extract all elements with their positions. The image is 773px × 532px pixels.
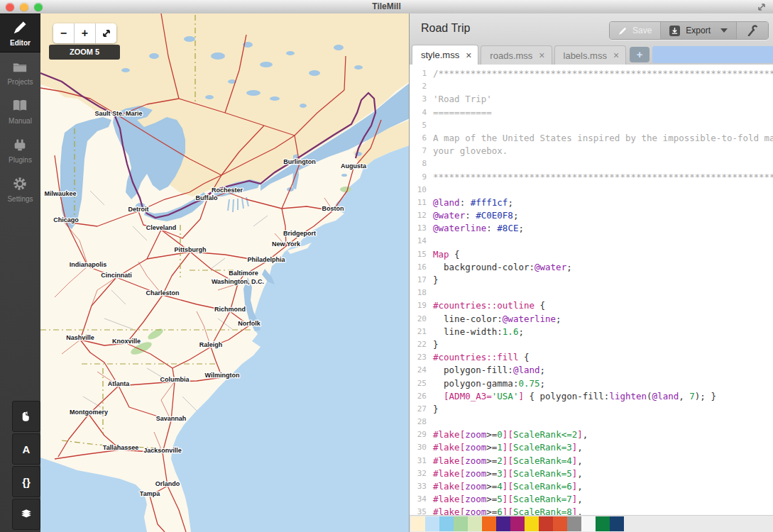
code-line[interactable]: 32#lake[zoom>=3][ScaleRank=5], <box>410 467 773 480</box>
code-line[interactable]: 31#lake[zoom>=2][ScaleRank=4], <box>410 455 773 467</box>
color-swatch[interactable] <box>510 516 525 531</box>
color-swatch[interactable] <box>482 516 496 531</box>
sidebar-item-editor[interactable]: Editor <box>0 13 40 52</box>
code-line[interactable]: 33#lake[zoom>=4][ScaleRank=6], <box>410 480 773 493</box>
code-line[interactable]: 19#countries::outline { <box>410 299 773 312</box>
code-line[interactable]: 17} <box>410 274 773 287</box>
code-text: #countries::fill { <box>433 351 529 364</box>
color-swatch[interactable] <box>539 516 553 531</box>
code-line[interactable]: 11@land: #fff1cf; <box>410 196 773 209</box>
save-button[interactable]: Save <box>610 22 661 39</box>
code-line[interactable]: 15Map { <box>410 248 773 261</box>
city-label: Orlando <box>155 480 180 487</box>
fullscreen-button[interactable] <box>96 23 116 43</box>
city-label: Milwaukee <box>44 190 76 197</box>
color-swatch[interactable] <box>468 516 482 531</box>
project-header: Road Trip Save Export <box>410 13 773 65</box>
code-line[interactable]: 14 <box>410 235 773 248</box>
color-swatch[interactable] <box>454 516 468 531</box>
code-line[interactable]: 6A map of the United States inspired by … <box>410 132 773 145</box>
code-line[interactable]: 22} <box>410 338 773 351</box>
city-label: Atlanta <box>108 380 130 387</box>
fonts-tool-button[interactable]: A <box>12 433 40 465</box>
add-stylesheet-button[interactable]: + <box>630 47 649 62</box>
close-icon[interactable]: × <box>539 50 544 60</box>
project-settings-button[interactable] <box>737 22 768 39</box>
pencil-icon <box>12 20 29 37</box>
code-line[interactable]: 2 <box>410 80 773 93</box>
code-line[interactable]: 8 <box>410 157 773 170</box>
resize-icon[interactable] <box>756 1 767 13</box>
code-line[interactable]: 24 polygon-fill:@land; <box>410 364 773 377</box>
code-line[interactable]: 13@waterline: #8CE; <box>410 222 773 235</box>
chevron-down-icon <box>720 28 728 33</box>
city-label: Bridgeport <box>283 230 316 237</box>
code-line[interactable]: 21 line-width:1.6; <box>410 326 773 338</box>
code-editor[interactable]: 1/**************************************… <box>410 65 773 518</box>
code-line[interactable]: 3'Road Trip' <box>410 93 773 106</box>
code-line[interactable]: 10 <box>410 184 773 196</box>
sidebar-item-settings[interactable]: Settings <box>0 170 40 209</box>
code-line[interactable]: 28 <box>410 416 773 428</box>
color-swatch[interactable] <box>525 516 539 531</box>
line-number: 17 <box>410 274 433 287</box>
tab-label: roads.mss <box>490 50 532 61</box>
code-line[interactable]: 20 line-color:@waterline; <box>410 313 773 326</box>
city-label: Indianapolis <box>70 261 107 268</box>
city-label: Knoxville <box>112 338 141 345</box>
sidebar-item-projects[interactable]: Projects <box>0 52 40 92</box>
code-text: } <box>433 403 439 416</box>
hand-tool-button[interactable] <box>12 401 40 432</box>
color-swatch[interactable] <box>596 516 610 531</box>
pencil-icon <box>618 26 627 35</box>
color-swatch[interactable] <box>496 516 510 531</box>
color-swatch[interactable] <box>411 516 425 531</box>
code-line[interactable]: 1/**************************************… <box>410 67 773 80</box>
city-label: Tallahassee <box>103 444 138 451</box>
code-line[interactable]: 26 [ADM0_A3='USA'] { polygon-fill:lighte… <box>410 390 773 403</box>
code-line[interactable]: 7your glovebox. <box>410 145 773 157</box>
map-preview[interactable]: Sault Ste. MarieMilwaukeeChicagoDetroitC… <box>40 13 410 532</box>
code-line[interactable]: 30#lake[zoom>=1][ScaleRank=3], <box>410 441 773 454</box>
color-swatch[interactable] <box>567 516 581 531</box>
code-line[interactable]: 29#lake[zoom>=0][ScaleRank<=2], <box>410 428 773 441</box>
code-line[interactable]: 9***************************************… <box>410 171 773 184</box>
line-number: 26 <box>410 390 433 403</box>
code-line[interactable]: 4=========== <box>410 106 773 119</box>
line-number: 31 <box>410 455 433 467</box>
line-number: 4 <box>410 106 433 119</box>
close-icon[interactable]: × <box>613 50 619 60</box>
city-label: Columbia <box>160 376 190 383</box>
line-number: 21 <box>410 326 433 338</box>
code-line[interactable]: 5 <box>410 119 773 132</box>
code-line[interactable]: 27} <box>410 403 773 416</box>
line-number: 30 <box>410 441 433 454</box>
line-number: 3 <box>410 93 433 106</box>
code-line[interactable]: 16 background-color:@water; <box>410 261 773 274</box>
tab-style.mss[interactable]: style.mss× <box>412 45 478 65</box>
tab-roads.mss[interactable]: roads.mss× <box>481 45 552 65</box>
sidebar-item-plugins[interactable]: Plugins <box>0 131 40 170</box>
code-line[interactable]: 18 <box>410 287 773 299</box>
line-number: 7 <box>410 145 433 157</box>
layers-tool-button[interactable] <box>12 499 40 530</box>
tab-labels.mss[interactable]: labels.mss× <box>554 45 627 65</box>
color-swatch[interactable] <box>553 516 567 531</box>
sidebar-item-label: Settings <box>0 195 40 203</box>
code-line[interactable]: 23#countries::fill { <box>410 351 773 364</box>
color-swatch[interactable] <box>581 516 596 531</box>
zoom-in-button[interactable]: + <box>75 23 96 43</box>
code-line[interactable]: 12@water: #C0E0F8; <box>410 209 773 222</box>
sidebar-item-manual[interactable]: Manual <box>0 92 40 131</box>
color-swatch[interactable] <box>425 516 439 531</box>
export-button[interactable]: Export <box>661 22 737 39</box>
color-swatch[interactable] <box>610 516 624 531</box>
zoom-out-button[interactable]: − <box>53 23 75 43</box>
code-line[interactable]: 25 polygon-gamma:0.75; <box>410 377 773 390</box>
close-icon[interactable]: × <box>466 50 471 60</box>
code-line[interactable]: 34#lake[zoom>=5][ScaleRank=7], <box>410 493 773 506</box>
city-label: Philadelphia <box>247 256 285 263</box>
hand-icon <box>20 410 33 423</box>
carto-tool-button[interactable]: {} <box>12 466 40 497</box>
color-swatch[interactable] <box>439 516 454 531</box>
